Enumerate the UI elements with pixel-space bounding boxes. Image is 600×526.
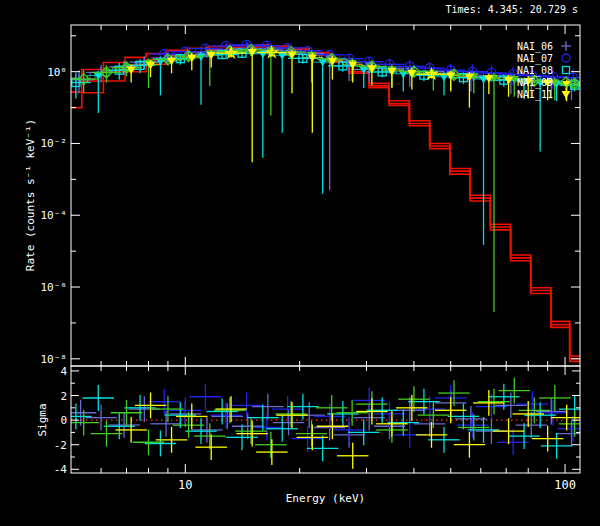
rate-axis-label: Rate (counts s⁻¹ keV⁻¹) xyxy=(24,119,37,271)
sigma-tick-label: -4 xyxy=(54,463,68,476)
sigma-tick-label: 4 xyxy=(60,365,67,378)
y-tick-label: 10⁻⁶ xyxy=(41,281,68,294)
plot-title: Times: 4.345: 20.729 s xyxy=(446,4,578,15)
y-tick-label: 10⁻⁴ xyxy=(41,209,68,222)
sigma-axis-label: Sigma xyxy=(36,403,49,436)
legend-label: NAI_09 xyxy=(517,77,553,89)
x-axis-label: Energy (keV) xyxy=(71,492,580,505)
y-tick-label: 10⁻² xyxy=(41,137,68,150)
legend-label: NAI_11 xyxy=(517,89,553,101)
legend-label: NAI_06 xyxy=(517,41,553,53)
sigma-tick-label: -2 xyxy=(54,439,67,452)
spectral-fit-figure: 1010010⁰10⁻²10⁻⁴10⁻⁶10⁻⁸-4-2024NAI_06NAI… xyxy=(0,0,600,526)
spectrum-plot-canvas: 1010010⁰10⁻²10⁻⁴10⁻⁶10⁻⁸-4-2024NAI_06NAI… xyxy=(0,0,600,526)
sigma-tick-label: 2 xyxy=(60,390,67,403)
legend-label: NAI_08 xyxy=(517,65,553,77)
legend-label: NAI_07 xyxy=(517,53,553,65)
x-tick-label: 10 xyxy=(178,478,192,492)
sigma-tick-label: 0 xyxy=(60,414,67,427)
y-tick-label: 10⁻⁸ xyxy=(41,353,68,366)
x-tick-label: 100 xyxy=(554,478,576,492)
y-tick-label: 10⁰ xyxy=(47,66,67,79)
